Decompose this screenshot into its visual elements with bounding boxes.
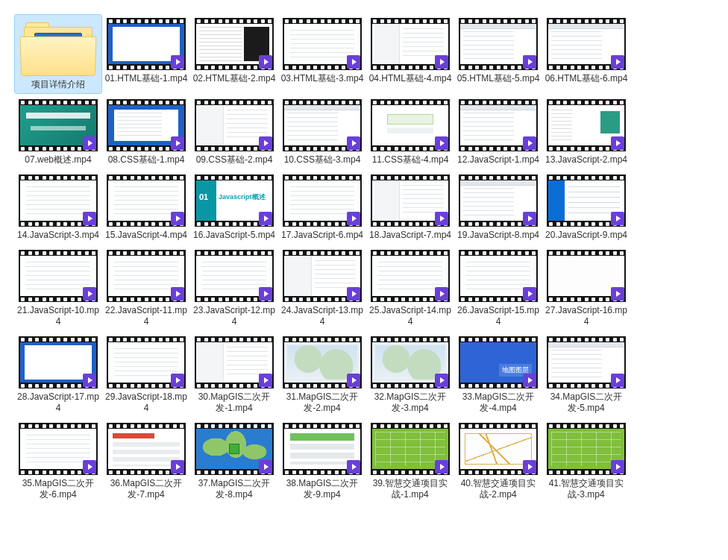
file-label: 23.JavaScript-12.mp4 [192,305,276,327]
video-file-item[interactable]: 40.智慧交通项目实战-2.mp4 [455,420,542,503]
play-icon [435,374,448,387]
play-icon [611,287,624,301]
video-file-item[interactable]: 11.CSS基础-4.mp4 [367,96,454,169]
file-label: 34.MapGIS二次开发-5.mp4 [545,391,628,414]
file-label: 15.JavaScript-4.mp4 [104,230,188,241]
play-icon [259,460,272,474]
file-label: 06.HTML基础-6.mp4 [545,73,628,84]
file-label: 18.JavaScript-7.mp4 [368,230,452,241]
file-label: 28.JavaScript-17.mp4 [16,391,100,414]
file-label: 13.JavaScript-2.mp4 [545,154,628,166]
video-file-item[interactable]: 20.JavaScript-9.mp4 [543,172,630,244]
video-thumbnail [107,250,186,302]
video-file-item[interactable]: 37.MapGIS二次开发-8.mp4 [191,420,277,503]
play-icon [611,460,624,474]
video-file-item[interactable]: 24.JavaScript-13.mp4 [279,247,365,330]
file-label: 21.JavaScript-10.mp4 [16,305,100,327]
video-file-item[interactable]: 27.JavaScript-16.mp4 [543,247,630,330]
video-file-item[interactable]: 17.JavaScript-6.mp4 [279,172,365,244]
file-label: 37.MapGIS二次开发-8.mp4 [192,478,276,500]
video-thumbnail [371,18,450,70]
file-grid: 项目详情介绍 01.HTML基础-1.mp4 02.HTML基础-2.mp4 [15,15,713,503]
play-icon [435,460,448,474]
video-thumbnail [459,250,538,302]
video-thumbnail [283,99,362,151]
play-icon [171,55,184,69]
video-thumbnail [283,250,362,302]
folder-icon [21,18,95,76]
video-file-item[interactable]: 33.MapGIS二次开发-4.mp4 [455,333,542,417]
video-file-item[interactable]: 34.MapGIS二次开发-5.mp4 [543,333,630,417]
video-thumbnail [19,174,98,227]
video-file-item[interactable]: 01.HTML基础-1.mp4 [103,15,189,87]
folder-item[interactable]: 项目详情介绍 [15,15,101,93]
video-file-item[interactable]: 02.HTML基础-2.mp4 [191,15,277,87]
video-file-item[interactable]: 29.JavaScript-18.mp4 [103,333,189,417]
file-label: 33.MapGIS二次开发-4.mp4 [456,391,540,414]
video-thumbnail [371,250,450,302]
video-file-item[interactable]: 13.JavaScript-2.mp4 [543,96,630,169]
video-file-item[interactable]: 21.JavaScript-10.mp4 [15,247,101,330]
video-file-item[interactable]: 19.JavaScript-8.mp4 [455,172,542,244]
video-file-item[interactable]: 12.JavaScript-1.mp4 [455,96,542,169]
video-thumbnail [19,423,98,475]
play-icon [171,212,184,225]
file-label: 27.JavaScript-16.mp4 [545,305,628,327]
video-thumbnail [107,423,186,475]
play-icon [171,460,184,474]
video-file-item[interactable]: 30.MapGIS二次开发-1.mp4 [191,333,277,417]
video-file-item[interactable]: 32.MapGIS二次开发-3.mp4 [367,333,454,417]
file-label: 16.JavaScript-5.mp4 [192,230,276,241]
video-file-item[interactable]: 35.MapGIS二次开发-6.mp4 [15,420,101,503]
video-thumbnail [371,174,450,227]
video-thumbnail [547,336,626,388]
video-file-item[interactable]: 09.CSS基础-2.mp4 [191,96,277,169]
play-icon [611,374,624,387]
video-thumbnail [459,174,538,227]
video-thumbnail [459,336,538,388]
video-file-item[interactable]: 07.web概述.mp4 [15,96,101,169]
play-icon [347,55,360,69]
video-file-item[interactable]: 41.智慧交通项目实战-3.mp4 [543,420,630,503]
video-file-item[interactable]: 25.JavaScript-14.mp4 [367,247,454,330]
file-label: 40.智慧交通项目实战-2.mp4 [456,478,540,500]
file-label: 24.JavaScript-13.mp4 [280,305,364,327]
video-file-item[interactable]: 03.HTML基础-3.mp4 [279,15,365,87]
video-file-item[interactable]: 06.HTML基础-6.mp4 [543,15,630,87]
video-file-item[interactable]: 15.JavaScript-4.mp4 [103,172,189,244]
play-icon [171,287,184,301]
file-label: 10.CSS基础-3.mp4 [280,154,364,166]
video-file-item[interactable]: 08.CSS基础-1.mp4 [103,96,189,169]
play-icon [347,287,360,301]
file-label: 25.JavaScript-14.mp4 [368,305,452,327]
play-icon [347,212,360,225]
file-label: 11.CSS基础-4.mp4 [368,154,452,166]
video-file-item[interactable]: 31.MapGIS二次开发-2.mp4 [279,333,365,417]
video-file-item[interactable]: 14.JavaScript-3.mp4 [15,172,101,244]
video-thumbnail [107,18,186,70]
video-file-item[interactable]: 10.CSS基础-3.mp4 [279,96,365,169]
file-label: 08.CSS基础-1.mp4 [104,154,188,166]
video-thumbnail [283,174,362,227]
play-icon [523,460,536,474]
video-file-item[interactable]: 16.JavaScript-5.mp4 [191,172,277,244]
file-label: 03.HTML基础-3.mp4 [280,73,364,84]
video-file-item[interactable]: 23.JavaScript-12.mp4 [191,247,277,330]
play-icon [347,460,360,474]
play-icon [523,212,536,225]
video-file-item[interactable]: 28.JavaScript-17.mp4 [15,333,101,417]
video-file-item[interactable]: 36.MapGIS二次开发-7.mp4 [103,420,189,503]
file-label: 17.JavaScript-6.mp4 [280,230,364,241]
video-thumbnail [195,18,274,70]
file-label: 35.MapGIS二次开发-6.mp4 [16,478,100,500]
video-file-item[interactable]: 22.JavaScript-11.mp4 [103,247,189,330]
video-file-item[interactable]: 04.HTML基础-4.mp4 [367,15,454,87]
video-thumbnail [195,336,274,388]
play-icon [435,55,448,69]
video-thumbnail [283,18,362,70]
video-file-item[interactable]: 05.HTML基础-5.mp4 [455,15,542,87]
video-file-item[interactable]: 39.智慧交通项目实战-1.mp4 [367,420,454,503]
video-file-item[interactable]: 38.MapGIS二次开发-9.mp4 [279,420,365,503]
video-file-item[interactable]: 26.JavaScript-15.mp4 [455,247,542,330]
video-file-item[interactable]: 18.JavaScript-7.mp4 [367,172,454,244]
